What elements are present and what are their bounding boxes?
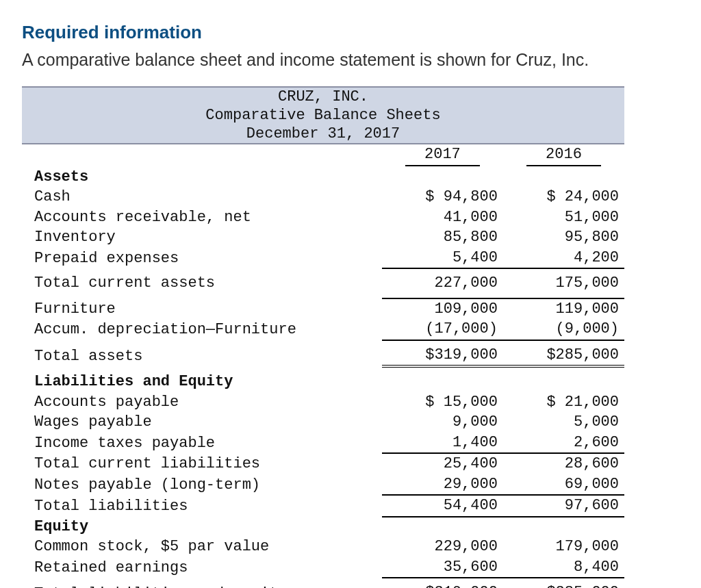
liabilities-header: Liabilities and Equity bbox=[22, 372, 382, 392]
table-row: Notes payable (long-term) 29,000 69,000 bbox=[22, 474, 624, 496]
section-lede: A comparative balance sheet and income s… bbox=[22, 50, 679, 70]
table-row: Furniture 109,000 119,000 bbox=[22, 298, 624, 320]
balance-sheet-table: CRUZ, INC. Comparative Balance Sheets De… bbox=[22, 86, 624, 588]
table-row: Total assets $319,000 $285,000 bbox=[22, 345, 624, 367]
col-year-2: 2016 bbox=[526, 145, 601, 166]
table-row: Total current assets 227,000 175,000 bbox=[22, 273, 624, 294]
section-heading: Required information bbox=[22, 22, 679, 43]
table-row: Total liabilities and equity $319,000 $2… bbox=[22, 583, 624, 588]
table-row: Retained earnings 35,600 8,400 bbox=[22, 557, 624, 578]
table-row: Total liabilities 54,400 97,600 bbox=[22, 495, 624, 517]
table-row: Prepaid expenses 5,400 4,200 bbox=[22, 248, 624, 269]
table-row: Total current liabilities 25,400 28,600 bbox=[22, 453, 624, 474]
col-year-1: 2017 bbox=[405, 145, 480, 166]
table-row: Accounts receivable, net 41,000 51,000 bbox=[22, 207, 624, 228]
banner-company: CRUZ, INC. bbox=[22, 87, 624, 106]
equity-header: Equity bbox=[22, 517, 382, 537]
table-row: Cash $ 94,800 $ 24,000 bbox=[22, 187, 624, 207]
banner-title: Comparative Balance Sheets bbox=[22, 106, 624, 125]
table-row: Wages payable 9,000 5,000 bbox=[22, 412, 624, 433]
table-row: Income taxes payable 1,400 2,600 bbox=[22, 433, 624, 454]
table-row: Common stock, $5 par value 229,000 179,0… bbox=[22, 537, 624, 557]
table-row: Inventory 85,800 95,800 bbox=[22, 227, 624, 248]
table-row: Accounts payable $ 15,000 $ 21,000 bbox=[22, 392, 624, 413]
assets-header: Assets bbox=[22, 167, 382, 188]
banner-date: December 31, 2017 bbox=[22, 125, 624, 144]
table-row: Accum. depreciation—Furniture (17,000) (… bbox=[22, 319, 624, 340]
